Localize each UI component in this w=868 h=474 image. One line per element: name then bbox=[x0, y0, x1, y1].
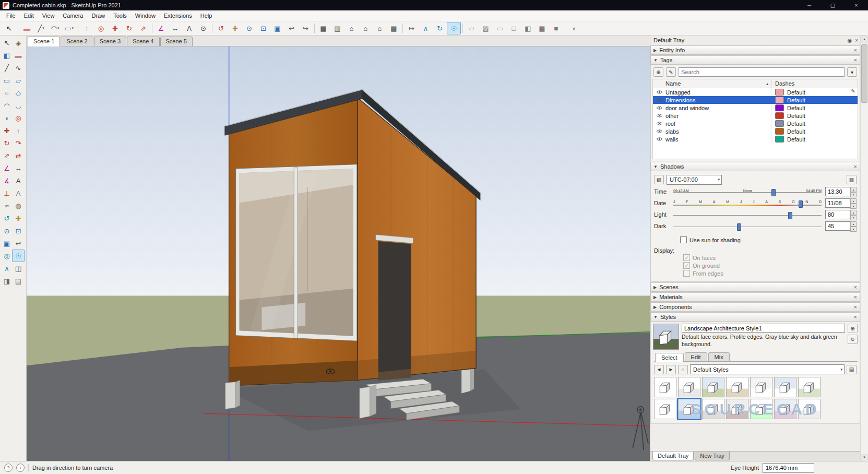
line-tool[interactable]: ╱ bbox=[1, 62, 13, 74]
3d-warehouse-button[interactable]: ⌂ bbox=[344, 22, 359, 34]
tape-measure-button[interactable]: ∠ bbox=[154, 22, 168, 34]
on-faces-checkbox[interactable]: ✓ bbox=[683, 254, 690, 261]
tag-row-door-and-window[interactable]: door and windowDefault bbox=[653, 104, 858, 112]
time-value-input[interactable]: 13:30 bbox=[825, 187, 850, 196]
spinner-up-icon[interactable]: ▴ bbox=[850, 198, 857, 204]
scale-button[interactable]: ⇗ bbox=[136, 22, 150, 34]
wireframe-button[interactable]: ▭ bbox=[493, 22, 507, 34]
timezone-select[interactable]: UTC-07:00 ▾ bbox=[667, 175, 722, 185]
light-slider[interactable] bbox=[672, 211, 823, 219]
section-close-icon[interactable]: × bbox=[854, 294, 857, 300]
section-header-materials[interactable]: ▶ Materials × bbox=[650, 292, 860, 302]
tag-color-swatch[interactable] bbox=[775, 89, 784, 96]
light-slider-handle[interactable] bbox=[788, 212, 792, 219]
walk-button[interactable]: ∧ bbox=[419, 22, 433, 34]
tag-visibility-eye-icon[interactable] bbox=[653, 113, 665, 118]
pin-icon[interactable]: ◉ bbox=[847, 38, 852, 43]
push-pull-button[interactable]: ↑ bbox=[80, 22, 94, 34]
eye-height-input[interactable]: 1676.40 mm bbox=[763, 463, 814, 473]
section-close-icon[interactable]: × bbox=[854, 163, 857, 170]
menu-help[interactable]: Help bbox=[196, 11, 217, 20]
spinner-down-icon[interactable]: ▾ bbox=[850, 215, 857, 220]
date-slider[interactable]: JFMAMJJASOND bbox=[672, 199, 823, 207]
menu-file[interactable]: File bbox=[2, 11, 20, 20]
style-thumbnail[interactable] bbox=[774, 377, 796, 397]
tray-scrollbar[interactable]: ▴ ▾ bbox=[860, 35, 868, 461]
style-tab-mix[interactable]: Mix bbox=[708, 352, 730, 361]
mirror-tool[interactable]: ⇄ bbox=[12, 149, 25, 162]
eraser-tool[interactable]: ▬ bbox=[12, 49, 25, 62]
scale-tool[interactable]: ⇗ bbox=[1, 149, 13, 162]
spinner-down-icon[interactable]: ▾ bbox=[850, 204, 857, 209]
make-component-tool[interactable]: ◈ bbox=[12, 37, 25, 49]
zoom-search-button[interactable]: ⊙ bbox=[196, 22, 210, 34]
date-value-input[interactable]: 11/08 bbox=[825, 198, 850, 208]
share-model-button[interactable]: ⌂ bbox=[373, 22, 387, 34]
section-header-styles[interactable]: ▼ Styles × bbox=[650, 312, 860, 322]
on-ground-checkbox[interactable]: ✓ bbox=[683, 262, 690, 269]
tag-row-untagged[interactable]: UntaggedDefault✎ bbox=[653, 88, 858, 96]
tags-column-dashes[interactable]: Dashes bbox=[771, 79, 858, 88]
extension-warehouse-button[interactable]: ⌂ bbox=[359, 22, 373, 34]
maximize-button[interactable]: ▢ bbox=[821, 0, 845, 10]
soften-edges-tool[interactable]: ≈ bbox=[1, 199, 13, 212]
time-spinner[interactable]: ▴▾ bbox=[850, 187, 857, 196]
fog-button[interactable]: ◖ bbox=[567, 22, 581, 34]
style-thumbnail[interactable] bbox=[798, 399, 821, 419]
tag-color-swatch[interactable] bbox=[775, 104, 784, 111]
circle-tool[interactable]: ○ bbox=[1, 87, 13, 99]
use-sun-checkbox[interactable] bbox=[680, 236, 687, 243]
offset-tool[interactable]: ◎ bbox=[12, 112, 25, 124]
tag-color-swatch[interactable] bbox=[775, 128, 784, 135]
style-tab-select[interactable]: Select bbox=[655, 353, 684, 362]
next-button[interactable]: ↪ bbox=[299, 22, 313, 34]
tags-column-name[interactable]: Name ▴ bbox=[653, 79, 771, 88]
menu-edit[interactable]: Edit bbox=[20, 11, 38, 20]
x-ray-button[interactable]: ▱ bbox=[465, 22, 479, 34]
pie-tool[interactable]: ◖ bbox=[1, 112, 13, 124]
zoom-window-button[interactable]: ⊡ bbox=[256, 22, 270, 34]
date-spinner[interactable]: ▴▾ bbox=[850, 198, 857, 208]
layout-button[interactable]: ▤ bbox=[387, 22, 401, 34]
style-name-input[interactable] bbox=[682, 324, 845, 333]
help-icon[interactable]: ? bbox=[4, 464, 13, 472]
tag-color-swatch[interactable] bbox=[775, 120, 784, 127]
axes-tool[interactable]: ⊥ bbox=[1, 187, 13, 199]
details-button[interactable]: ▤ bbox=[847, 365, 857, 374]
line-button[interactable]: ╱▾ bbox=[34, 22, 48, 34]
tag-color-swatch[interactable] bbox=[775, 97, 784, 103]
menu-view[interactable]: View bbox=[38, 11, 59, 20]
create-style-button[interactable]: ⊕ bbox=[848, 324, 858, 333]
spinner-down-icon[interactable]: ▾ bbox=[850, 227, 857, 232]
section-plane-tool[interactable]: ◫ bbox=[12, 262, 25, 275]
tag-row-other[interactable]: otherDefault bbox=[653, 112, 858, 120]
back-button[interactable]: ◄ bbox=[654, 365, 664, 374]
section-header-tags[interactable]: ▼ Tags × bbox=[650, 55, 860, 65]
rectangle-tool[interactable]: ▭ bbox=[1, 74, 13, 87]
style-thumbnail[interactable] bbox=[702, 377, 724, 397]
menu-camera[interactable]: Camera bbox=[58, 11, 87, 20]
section-header-shadows[interactable]: ▼ Shadows × bbox=[650, 162, 860, 171]
time-slider[interactable]: 06:43 AM Noon 04:45 PM bbox=[672, 188, 823, 196]
protractor-tool[interactable]: ∡ bbox=[1, 174, 13, 187]
edit-tag-button[interactable]: ✎ bbox=[666, 67, 676, 77]
tag-row-dimensions[interactable]: DimensionsDefault bbox=[653, 96, 858, 104]
tag-visibility-eye-icon[interactable] bbox=[653, 98, 665, 102]
spinner-up-icon[interactable]: ▴ bbox=[850, 210, 857, 215]
turn-camera-button[interactable]: ↻ bbox=[433, 22, 447, 34]
model-info-button[interactable]: ▥ bbox=[330, 22, 344, 34]
position-camera-button[interactable]: ↦ bbox=[405, 22, 419, 34]
info-icon[interactable]: i bbox=[16, 464, 25, 472]
tag-row-slabs[interactable]: slabsDefault bbox=[653, 127, 858, 135]
spinner-down-icon[interactable]: ▾ bbox=[850, 192, 857, 197]
section-close-icon[interactable]: × bbox=[854, 304, 857, 310]
scroll-down-icon[interactable]: ▾ bbox=[861, 454, 868, 461]
zoom-extents-tool[interactable]: ▣ bbox=[1, 237, 13, 250]
rotated-rectangle-tool[interactable]: ▱ bbox=[12, 74, 25, 87]
toggle-shadows-button[interactable]: ▧ bbox=[654, 175, 664, 184]
walk-tool[interactable]: ∧ bbox=[1, 262, 13, 275]
light-value-input[interactable]: 80 bbox=[825, 210, 850, 219]
monochrome-button[interactable]: ■ bbox=[549, 22, 563, 34]
style-thumbnail[interactable] bbox=[702, 399, 724, 419]
move-tool[interactable]: ✚ bbox=[1, 124, 13, 137]
